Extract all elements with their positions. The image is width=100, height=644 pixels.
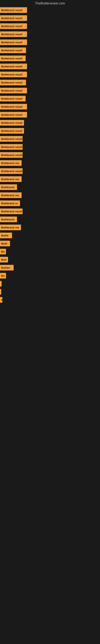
bottleneck-bar[interactable] <box>0 289 1 295</box>
bottleneck-bar[interactable]: Bottleneck result <box>0 80 26 85</box>
bar-row: Bottleneck result <box>0 62 100 70</box>
bar-row <box>0 280 100 288</box>
bottleneck-bar[interactable]: Bottleneck result <box>0 32 27 37</box>
bottleneck-bar[interactable]: Bottleneck result <box>0 128 24 134</box>
bottleneck-bar[interactable]: Bottleneck result <box>0 144 23 150</box>
bottleneck-bar[interactable]: B <box>0 297 2 303</box>
bottleneck-bar[interactable]: Bottleneck result <box>0 168 23 174</box>
bar-row: Bottleneck result <box>0 22 100 30</box>
bottleneck-bar[interactable]: Bottleneck result <box>0 40 27 45</box>
bar-row <box>0 312 100 320</box>
bar-row: Bottleneck result <box>0 30 100 38</box>
bottleneck-bar[interactable] <box>0 281 1 286</box>
bar-row: Bottleneck res <box>0 191 100 199</box>
bottleneck-bar[interactable]: Bottleneck result <box>0 64 27 69</box>
bottleneck-bar[interactable]: Bottleneck <box>0 184 17 190</box>
bar-row: Bottleneck result <box>0 46 100 54</box>
bar-row: Bottleneck result <box>0 86 100 94</box>
bar-row: Bottleneck result <box>0 103 100 111</box>
bottleneck-bar[interactable]: Bottleneck result <box>0 96 26 102</box>
bottleneck-bar[interactable]: Bottleneck re <box>0 200 20 206</box>
bottleneck-bar[interactable]: Bottleneck result <box>0 56 26 61</box>
bar-row: Bottleneck result <box>0 94 100 103</box>
bottleneck-bar[interactable]: Bottlen <box>0 265 14 270</box>
bar-row: Bottleneck result <box>0 111 100 119</box>
bar-row: Bottleneck <box>0 183 100 191</box>
bar-row <box>0 304 100 312</box>
bar-row: Bott <box>0 256 100 264</box>
bottleneck-bar[interactable]: Bottleneck result <box>0 72 27 77</box>
bar-row: Bottleneck result <box>0 119 100 127</box>
bar-row: Bottleneck result <box>0 14 100 22</box>
bottleneck-bar[interactable]: Bottleneck result <box>0 152 23 158</box>
bar-row: Bottleneck re <box>0 199 100 207</box>
bottleneck-bar[interactable]: Bottleneck result <box>0 104 27 110</box>
bottleneck-bar[interactable]: Bottleneck res <box>0 160 22 166</box>
bottleneck-bar[interactable]: Bottleneck result <box>0 15 27 21</box>
bar-row: Bottleneck result <box>0 38 100 46</box>
bar-row: Bo <box>0 272 100 280</box>
bar-row: B <box>0 296 100 304</box>
bottleneck-bar[interactable]: Bo <box>0 273 6 278</box>
bar-row <box>0 320 100 328</box>
bottleneck-bar[interactable]: Bottleneck result <box>0 136 23 142</box>
bottleneck-bar[interactable]: Bott <box>0 257 8 262</box>
bar-row: Bottl <box>0 240 100 248</box>
bar-row: Bottleneck res <box>0 175 100 183</box>
bottleneck-bar[interactable]: Bottleneck result <box>0 23 27 29</box>
site-title: TheBottlenecker.com <box>0 0 100 6</box>
bar-row: Bo <box>0 248 100 256</box>
bar-row: Bottleneck result <box>0 127 100 135</box>
bottleneck-bar[interactable]: Bottleneck result <box>0 208 23 214</box>
bar-row: Bottleneck <box>0 215 100 224</box>
bottleneck-bar[interactable]: Bottleneck result <box>0 120 24 126</box>
bottleneck-bar[interactable]: Bottleneck res <box>0 192 22 198</box>
bar-row: Bottleneck result <box>0 151 100 159</box>
bar-row: Bottleneck res <box>0 224 100 232</box>
bottleneck-bar[interactable]: Bo <box>0 249 6 254</box>
bar-row: Bottleneck result <box>0 167 100 175</box>
bar-row: Bottle <box>0 232 100 240</box>
bar-row: Bottleneck result <box>0 207 100 215</box>
bottleneck-bar[interactable]: Bottl <box>0 241 10 246</box>
bar-row: Bottlen <box>0 264 100 272</box>
bottleneck-bar[interactable]: Bottleneck <box>0 216 17 222</box>
bottleneck-bar[interactable]: Bottleneck result <box>0 112 27 118</box>
bottleneck-bar[interactable]: Bottle <box>0 233 12 238</box>
bar-row <box>0 288 100 296</box>
bar-row: Bottleneck res <box>0 159 100 167</box>
bottleneck-bar[interactable]: Bottleneck result <box>0 88 27 94</box>
bottleneck-bar[interactable]: Bottleneck result <box>0 7 27 13</box>
bar-row: Bottleneck result <box>0 6 100 14</box>
bar-row: Bottleneck result <box>0 54 100 62</box>
bar-row: Bottleneck result <box>0 70 100 78</box>
bar-row: Bottleneck result <box>0 135 100 143</box>
bar-row: Bottleneck result <box>0 78 100 86</box>
bottleneck-bar[interactable]: Bottleneck result <box>0 48 26 53</box>
bottleneck-bar[interactable]: Bottleneck res <box>0 224 21 230</box>
bar-row: Bottleneck result <box>0 143 100 151</box>
bottleneck-bar[interactable]: Bottleneck res <box>0 176 22 182</box>
